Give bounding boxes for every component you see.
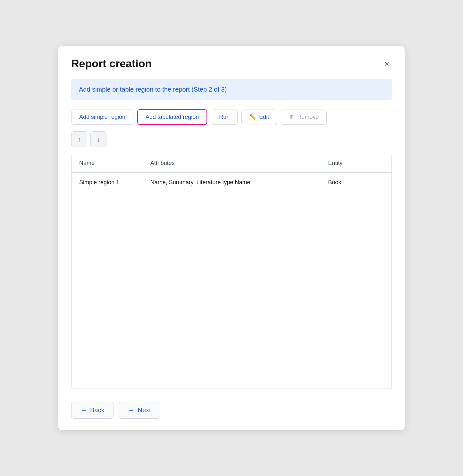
next-arrow-icon: → bbox=[128, 406, 134, 414]
edit-button[interactable]: ✏️ Edit bbox=[241, 110, 277, 125]
dialog-footer: ← Back → Next bbox=[71, 399, 392, 419]
add-simple-region-button[interactable]: Add simple region bbox=[71, 110, 133, 125]
table-row[interactable]: Simple region 1Name, Summary, Literature… bbox=[72, 173, 391, 193]
add-tabulated-region-button[interactable]: Add tabulated region bbox=[137, 109, 207, 125]
next-label: Next bbox=[138, 406, 151, 414]
back-label: Back bbox=[90, 406, 104, 414]
next-button[interactable]: → Next bbox=[119, 402, 160, 419]
cell-attributes: Name, Summary, Literature type.Name bbox=[143, 173, 320, 193]
move-down-button[interactable]: ↓ bbox=[90, 131, 106, 147]
regions-table-container: Name Attributes Entity Simple region 1Na… bbox=[71, 154, 392, 389]
dialog-title: Report creation bbox=[71, 57, 152, 70]
trash-icon: 🗑 bbox=[289, 114, 295, 120]
pencil-icon: ✏️ bbox=[249, 114, 257, 121]
back-arrow-icon: ← bbox=[80, 406, 87, 414]
close-button[interactable]: × bbox=[382, 58, 392, 69]
cell-name: Simple region 1 bbox=[72, 173, 143, 193]
report-creation-dialog: Report creation × Add simple or table re… bbox=[58, 46, 405, 430]
run-button[interactable]: Run bbox=[211, 110, 238, 125]
column-header-entity: Entity bbox=[320, 154, 391, 173]
column-header-attributes: Attributes bbox=[143, 154, 320, 173]
cell-entity: Book bbox=[320, 173, 391, 193]
dialog-header: Report creation × bbox=[71, 57, 392, 70]
remove-label: Remove bbox=[297, 114, 319, 120]
column-header-name: Name bbox=[72, 154, 143, 173]
move-up-button[interactable]: ↑ bbox=[71, 131, 87, 147]
remove-button[interactable]: 🗑 Remove bbox=[281, 110, 327, 125]
info-banner-text: Add simple or table region to the report… bbox=[79, 86, 227, 93]
edit-label: Edit bbox=[259, 114, 269, 120]
regions-table: Name Attributes Entity Simple region 1Na… bbox=[72, 154, 391, 192]
toolbar: Add simple region Add tabulated region R… bbox=[71, 109, 392, 125]
table-header-row: Name Attributes Entity bbox=[72, 154, 391, 173]
back-button[interactable]: ← Back bbox=[71, 402, 114, 419]
info-banner: Add simple or table region to the report… bbox=[71, 79, 392, 100]
arrow-buttons: ↑ ↓ bbox=[71, 131, 392, 147]
